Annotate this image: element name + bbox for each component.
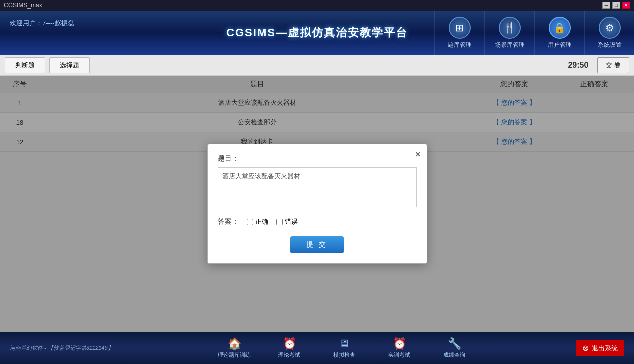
maximize-button[interactable]: □ [612,2,620,9]
nav-item-user-mgmt[interactable]: 🔒 用户管理 [534,11,584,55]
nav-item-system-settings[interactable]: ⚙ 系统设置 [584,11,634,55]
system-settings-icon: ⚙ [599,17,621,39]
score-query-icon: 🔧 [448,337,461,350]
user-mgmt-label: 用户管理 [548,41,572,49]
checkbox-correct[interactable] [247,219,253,225]
submit-exam-button[interactable]: 交 卷 [597,57,629,73]
welcome-text: 欢迎用户：7----赵振磊 [10,19,74,28]
practice-exam-icon: ⏰ [393,337,406,350]
question-bank-label: 题库管理 [448,41,472,49]
modal-answer-label: 答案： [218,217,239,226]
option-correct-label: 正确 [255,217,268,226]
nav-item-question-bank[interactable]: ⊞ 题库管理 [434,11,484,55]
nav-icons: ⊞ 题库管理 🍴 场景库管理 🔒 用户管理 ⚙ 系统设置 [434,11,634,55]
score-query-label: 成绩查询 [443,351,465,359]
scene-bank-icon: 🍴 [499,17,521,39]
title-bar-controls: ─ □ ✕ [602,2,630,9]
exit-icon: ⊗ [582,343,589,353]
theory-train-icon: 🏠 [228,337,241,350]
footer-nav: 🏠 理论题库训练 ⏰ 理论考试 🖥 模拟检查 ⏰ 实训考试 🔧 成绩查询 [113,337,576,359]
mock-check-label: 模拟检查 [333,351,355,359]
toolbar: 判断题 选择题 29:50 交 卷 [0,55,634,76]
theory-exam-icon: ⏰ [283,337,296,350]
app-title: CGSIMS—虚拟仿真治安教学平台 [226,25,408,40]
modal-dialog: × 题目： 酒店大堂应该配备灭火器材 答案： 正确 错误 提 交 [207,144,427,264]
modal-option-correct[interactable]: 正确 [247,217,268,226]
nav-item-scene-bank[interactable]: 🍴 场景库管理 [484,11,534,55]
exit-label: 退出系统 [592,344,618,353]
modal-option-wrong[interactable]: 错误 [276,217,298,226]
modal-question-textarea[interactable]: 酒店大堂应该配备灭火器材 [218,167,417,207]
title-bar-text: CGSIMS_max [4,2,42,9]
theory-train-label: 理论题库训练 [218,351,251,359]
mock-check-icon: 🖥 [339,337,350,350]
title-bar: CGSIMS_max ─ □ ✕ [0,0,634,11]
header: 欢迎用户：7----赵振磊 CGSIMS—虚拟仿真治安教学平台 ⊞ 题库管理 🍴… [0,11,634,55]
scene-bank-label: 场景库管理 [495,41,525,49]
footer-nav-practice-exam[interactable]: ⏰ 实训考试 [372,337,427,359]
timer-display: 29:50 [568,61,588,70]
footer: 河南兰幻软件 - 【软著登记字第3112149】 🏠 理论题库训练 ⏰ 理论考试… [0,332,634,364]
footer-nav-score-query[interactable]: 🔧 成绩查询 [427,337,482,359]
tab-choice[interactable]: 选择题 [49,57,90,73]
option-wrong-label: 错误 [285,217,298,226]
footer-nav-mock-check[interactable]: 🖥 模拟检查 [317,337,372,359]
practice-exam-label: 实训考试 [388,351,410,359]
checkbox-wrong[interactable] [276,219,283,225]
close-button[interactable]: ✕ [622,2,630,9]
footer-copyright: 河南兰幻软件 - 【软著登记字第3112149】 [10,344,113,352]
modal-overlay: × 题目： 酒店大堂应该配备灭火器材 答案： 正确 错误 提 交 [0,76,634,332]
modal-question-label: 题目： [218,154,417,163]
footer-nav-theory-train[interactable]: 🏠 理论题库训练 [207,337,262,359]
modal-answer-row: 答案： 正确 错误 [218,217,417,226]
question-bank-icon: ⊞ [449,17,471,39]
exit-button[interactable]: ⊗ 退出系统 [576,340,624,356]
modal-submit-button[interactable]: 提 交 [290,236,344,253]
theory-exam-label: 理论考试 [278,351,300,359]
minimize-button[interactable]: ─ [602,2,610,9]
content-area: 序号 题目 您的答案 正确答案 1 酒店大堂应该配备灭火器材 【 您的答案 】 … [0,76,634,332]
tab-judgment[interactable]: 判断题 [5,57,45,73]
user-mgmt-icon: 🔒 [549,17,571,39]
system-settings-label: 系统设置 [598,41,622,49]
footer-nav-theory-exam[interactable]: ⏰ 理论考试 [262,337,317,359]
modal-close-button[interactable]: × [415,149,421,160]
